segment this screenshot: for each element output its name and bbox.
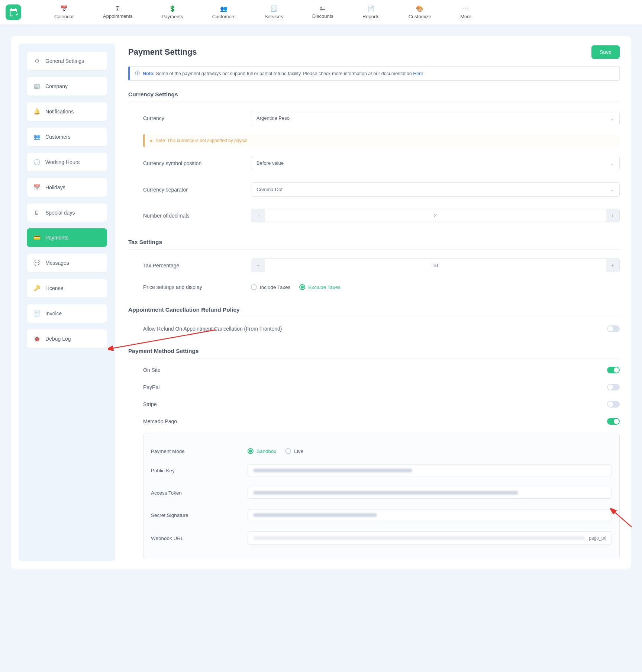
currency-warning: ● Note: This currency is not supported b…	[143, 134, 620, 147]
mp-mode-label: Payment Mode	[151, 448, 248, 454]
sidebar-item-company[interactable]: 🏢Company	[27, 77, 107, 96]
nav-label: Customize	[409, 14, 431, 19]
payments-icon: 💲	[169, 5, 176, 12]
section-refund: Appointment Cancellation Refund Policy	[128, 306, 620, 317]
nav-customize[interactable]: 🎨Customize	[405, 4, 435, 21]
nav-more[interactable]: ⋯More	[457, 4, 475, 21]
note-prefix: Note:	[143, 71, 155, 76]
sidebar-item-label: Messages	[45, 260, 69, 266]
debug-log-icon: 🐞	[33, 335, 40, 342]
sidebar-item-special-days[interactable]: 🗓Special days	[27, 203, 107, 222]
mp-publickey-label: Public Key	[151, 468, 248, 473]
paypal-toggle[interactable]	[607, 384, 620, 390]
nav-payments[interactable]: 💲Payments	[158, 4, 187, 21]
nav-customers[interactable]: 👥Customers	[209, 4, 239, 21]
live-label: Live	[294, 448, 303, 454]
sidebar-item-notifications[interactable]: 🔔Notifications	[27, 102, 107, 121]
stripe-toggle[interactable]	[607, 401, 620, 408]
warning-text: Note: This currency is not supported by …	[155, 138, 247, 143]
mercadopago-toggle[interactable]	[607, 418, 620, 425]
nav-calendar[interactable]: 📅Calendar	[51, 4, 78, 21]
license-icon: 🔑	[33, 285, 40, 292]
payments-icon: 💳	[33, 234, 40, 241]
onsite-toggle[interactable]	[607, 367, 620, 373]
sidebar-item-general-settings[interactable]: ⚙General Settings	[27, 52, 107, 70]
mp-publickey-input[interactable]	[248, 464, 612, 476]
symbol-pos-select[interactable]: Before value ⌄	[251, 156, 620, 170]
decimals-plus[interactable]: +	[606, 209, 619, 222]
nav-services[interactable]: 🧾Services	[261, 4, 287, 21]
currency-label: Currency	[143, 115, 251, 121]
chevron-down-icon: ⌄	[610, 116, 614, 121]
mercadopago-label: Mercado Pago	[143, 418, 177, 424]
sidebar-item-messages[interactable]: 💬Messages	[27, 254, 107, 272]
currency-select[interactable]: Argentine Peso ⌄	[251, 111, 620, 125]
sidebar-item-label: Payments	[45, 235, 68, 241]
exclude-label: Exclude Taxes	[308, 284, 341, 290]
mp-accesstoken-input[interactable]	[248, 487, 612, 499]
section-currency: Currency Settings	[128, 91, 620, 102]
stripe-label: Stripe	[143, 401, 157, 407]
radio-live[interactable]: Live	[285, 448, 303, 454]
webhook-suffix: pago_url	[589, 536, 606, 541]
messages-icon: 💬	[33, 260, 40, 266]
nav-reports[interactable]: 📄Reports	[359, 4, 383, 21]
sidebar-item-label: General Settings	[45, 58, 84, 64]
sidebar-item-customers[interactable]: 👥Customers	[27, 128, 107, 146]
tax-input[interactable]	[265, 259, 606, 272]
tax-pct-label: Tax Percentage	[143, 263, 251, 269]
sidebar-item-label: Working Hours	[45, 159, 80, 165]
special-days-icon: 🗓	[33, 209, 40, 216]
app-logo	[6, 4, 21, 20]
mp-accesstoken-label: Access Token	[151, 490, 248, 496]
radio-icon	[251, 284, 257, 290]
tax-stepper: − +	[251, 258, 620, 272]
symbol-pos-value: Before value	[257, 160, 284, 166]
company-icon: 🏢	[33, 83, 40, 90]
tax-plus[interactable]: +	[606, 259, 619, 272]
radio-sandbox[interactable]: Sandbox	[248, 448, 276, 454]
holidays-icon: 📅	[33, 184, 40, 191]
symbol-pos-label: Currency symbol position	[143, 160, 251, 166]
more-icon: ⋯	[463, 5, 469, 12]
sidebar-item-payments[interactable]: 💳Payments	[27, 228, 107, 247]
nav-label: Appointments	[103, 13, 133, 19]
allow-refund-toggle[interactable]	[607, 325, 620, 332]
working-hours-icon: 🕒	[33, 159, 40, 165]
mp-secret-label: Secret Signature	[151, 512, 248, 518]
sidebar-item-holidays[interactable]: 📅Holidays	[27, 178, 107, 197]
mp-secret-input[interactable]	[248, 509, 612, 521]
mercadopago-panel: Payment Mode Sandbox Live	[143, 434, 620, 559]
onsite-label: On Site	[143, 367, 161, 373]
sidebar-item-label: Invoice	[45, 311, 62, 316]
save-button[interactable]: Save	[591, 45, 620, 59]
nav-appointments[interactable]: 🗓Appointments	[99, 4, 136, 21]
separator-select[interactable]: Comma-Dot ⌄	[251, 182, 620, 197]
sidebar-item-license[interactable]: 🔑License	[27, 279, 107, 298]
decimals-label: Number of decimals	[143, 213, 251, 219]
radio-exclude-taxes[interactable]: Exclude Taxes	[299, 284, 341, 290]
decimals-minus[interactable]: −	[251, 209, 265, 222]
section-tax: Tax Settings	[128, 239, 620, 250]
top-nav: 📅Calendar🗓Appointments💲Payments👥Customer…	[0, 0, 642, 25]
sidebar-item-debug-log[interactable]: 🐞Debug Log	[27, 329, 107, 348]
tax-minus[interactable]: −	[251, 259, 265, 272]
sandbox-label: Sandbox	[257, 448, 276, 454]
nav-label: Reports	[362, 14, 380, 19]
sidebar-item-label: Customers	[45, 134, 71, 140]
services-icon: 🧾	[270, 5, 278, 12]
mp-webhook-input[interactable]: pago_url	[248, 531, 612, 545]
info-icon: ⓘ	[135, 70, 140, 77]
decimals-input[interactable]	[265, 209, 606, 222]
sidebar-item-invoice[interactable]: 🧾Invoice	[27, 304, 107, 323]
radio-include-taxes[interactable]: Include Taxes	[251, 284, 290, 290]
chevron-down-icon: ⌄	[610, 161, 614, 166]
sidebar-item-label: Holidays	[45, 184, 65, 190]
doc-link[interactable]: Here	[413, 71, 423, 76]
sidebar-item-label: Company	[45, 83, 68, 89]
customers-icon: 👥	[33, 134, 40, 140]
sidebar-item-working-hours[interactable]: 🕒Working Hours	[27, 153, 107, 171]
chevron-down-icon: ⌄	[610, 187, 614, 192]
nav-discounts[interactable]: 🏷Discounts	[309, 4, 337, 21]
separator-value: Comma-Dot	[257, 187, 283, 192]
